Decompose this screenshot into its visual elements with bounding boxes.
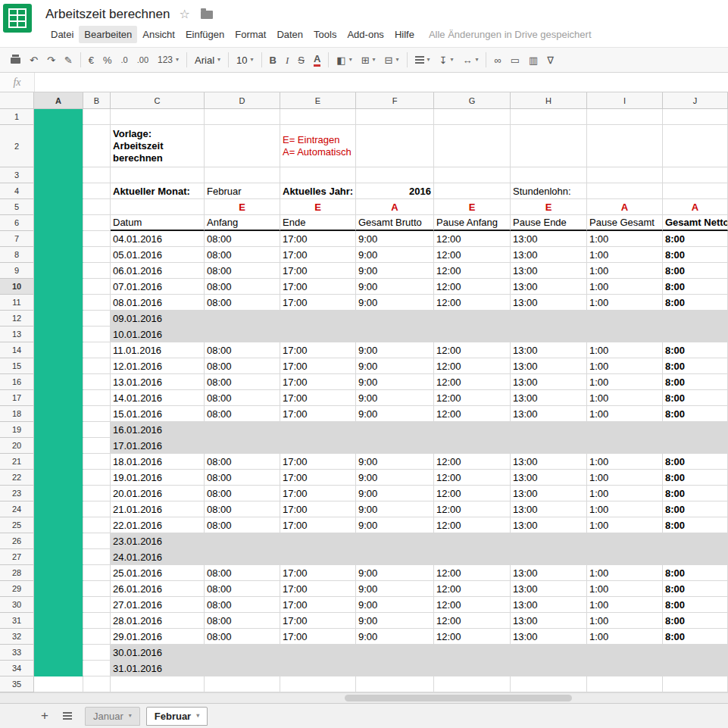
cell-F4[interactable]: 2016 <box>356 183 434 199</box>
cell-B15[interactable] <box>83 358 111 374</box>
cell-E1[interactable] <box>280 109 356 125</box>
cell-F3[interactable] <box>356 167 434 183</box>
cell-A6[interactable] <box>34 215 83 231</box>
cell-D16[interactable]: 08:00 <box>205 374 280 390</box>
cell-D4[interactable]: Februar <box>205 183 280 199</box>
toolbar-bold[interactable]: B <box>265 51 281 69</box>
cell-G7[interactable]: 12:00 <box>434 231 511 247</box>
cell-H16[interactable]: 13:00 <box>511 374 587 390</box>
cell-H30[interactable]: 13:00 <box>511 597 587 613</box>
cell-E21[interactable]: 17:00 <box>280 454 356 470</box>
cell-D19[interactable] <box>205 422 280 438</box>
cell-A15[interactable] <box>34 358 83 374</box>
cell-G34[interactable] <box>434 661 511 676</box>
cell-E15[interactable]: 17:00 <box>280 358 356 374</box>
cell-D22[interactable]: 08:00 <box>205 470 280 486</box>
toolbar-italic[interactable]: I <box>281 51 293 69</box>
cell-D20[interactable] <box>205 438 280 454</box>
cell-D14[interactable]: 08:00 <box>205 342 280 358</box>
cell-C27[interactable]: 24.01.2016 <box>111 549 205 565</box>
cell-H13[interactable] <box>511 327 587 342</box>
cell-C24[interactable]: 21.01.2016 <box>111 501 205 517</box>
menu-einfgen[interactable]: Einfügen <box>180 26 230 43</box>
cell-H32[interactable]: 13:00 <box>511 629 587 645</box>
cell-J11[interactable]: 8:00 <box>663 295 728 311</box>
cell-B31[interactable] <box>83 613 111 629</box>
cell-D8[interactable]: 08:00 <box>205 247 280 263</box>
cell-I35[interactable] <box>587 676 663 692</box>
cell-H5[interactable]: E <box>511 199 587 215</box>
star-icon[interactable]: ☆ <box>179 8 189 20</box>
cell-B23[interactable] <box>83 486 111 501</box>
cell-B17[interactable] <box>83 390 111 406</box>
cell-G8[interactable]: 12:00 <box>434 247 511 263</box>
cell-C2[interactable]: Vorlage: Arbeitszeit berechnen <box>111 125 205 167</box>
cell-G13[interactable] <box>434 327 511 342</box>
cell-A24[interactable] <box>34 501 83 517</box>
cell-A9[interactable] <box>34 263 83 279</box>
cell-I3[interactable] <box>587 167 663 183</box>
cell-I16[interactable]: 1:00 <box>587 374 663 390</box>
toolbar-format-percent[interactable]: % <box>98 51 117 69</box>
cell-A14[interactable] <box>34 342 83 358</box>
cell-D29[interactable]: 08:00 <box>205 581 280 597</box>
cell-A5[interactable] <box>34 199 83 215</box>
horizontal-scrollbar[interactable] <box>0 692 728 703</box>
cell-C18[interactable]: 15.01.2016 <box>111 406 205 422</box>
cell-J28[interactable]: 8:00 <box>663 565 728 581</box>
cell-F29[interactable]: 9:00 <box>356 581 434 597</box>
cell-C22[interactable]: 19.01.2016 <box>111 470 205 486</box>
cell-I31[interactable]: 1:00 <box>587 613 663 629</box>
cell-B32[interactable] <box>83 629 111 645</box>
cell-J31[interactable]: 8:00 <box>663 613 728 629</box>
row-header-15[interactable]: 15 <box>0 358 34 374</box>
sheet-menu-caret-icon[interactable]: ▾ <box>196 713 199 719</box>
cell-I21[interactable]: 1:00 <box>587 454 663 470</box>
cell-C13[interactable]: 10.01.2016 <box>111 327 205 342</box>
row-header-2[interactable]: 2 <box>0 125 34 167</box>
cell-E28[interactable]: 17:00 <box>280 565 356 581</box>
col-header-A[interactable]: A <box>34 92 83 109</box>
col-header-H[interactable]: H <box>511 92 587 109</box>
cell-J29[interactable]: 8:00 <box>663 581 728 597</box>
toolbar-insert-link[interactable]: ∞ <box>489 51 505 69</box>
cell-H15[interactable]: 13:00 <box>511 358 587 374</box>
row-header-12[interactable]: 12 <box>0 311 34 327</box>
toolbar-merge-cells[interactable]: ⊟▾ <box>380 51 404 69</box>
cell-J9[interactable]: 8:00 <box>663 263 728 279</box>
cell-A33[interactable] <box>34 645 83 661</box>
cell-C21[interactable]: 18.01.2016 <box>111 454 205 470</box>
cell-F8[interactable]: 9:00 <box>356 247 434 263</box>
cell-B27[interactable] <box>83 549 111 565</box>
cell-J1[interactable] <box>663 109 728 125</box>
cell-I22[interactable]: 1:00 <box>587 470 663 486</box>
cell-D18[interactable]: 08:00 <box>205 406 280 422</box>
cell-J20[interactable] <box>663 438 728 454</box>
row-header-34[interactable]: 34 <box>0 661 34 676</box>
cell-H10[interactable]: 13:00 <box>511 279 587 295</box>
cell-F15[interactable]: 9:00 <box>356 358 434 374</box>
cell-E31[interactable]: 17:00 <box>280 613 356 629</box>
cell-D5[interactable]: E <box>205 199 280 215</box>
cell-G33[interactable] <box>434 645 511 661</box>
row-header-10[interactable]: 10 <box>0 279 34 295</box>
cell-G32[interactable]: 12:00 <box>434 629 511 645</box>
cell-F6[interactable]: Gesamt Brutto <box>356 215 434 231</box>
cell-E19[interactable] <box>280 422 356 438</box>
cell-G4[interactable] <box>434 183 511 199</box>
cell-B20[interactable] <box>83 438 111 454</box>
cell-J27[interactable] <box>663 549 728 565</box>
cell-J17[interactable]: 8:00 <box>663 390 728 406</box>
cell-A31[interactable] <box>34 613 83 629</box>
cell-H24[interactable]: 13:00 <box>511 501 587 517</box>
row-header-3[interactable]: 3 <box>0 167 34 183</box>
cell-F12[interactable] <box>356 311 434 327</box>
row-header-8[interactable]: 8 <box>0 247 34 263</box>
cell-D2[interactable] <box>205 125 280 167</box>
row-header-7[interactable]: 7 <box>0 231 34 247</box>
cell-B8[interactable] <box>83 247 111 263</box>
sheet-tab-februar[interactable]: Februar▾ <box>146 707 208 726</box>
cell-A10[interactable] <box>34 279 83 295</box>
cell-B34[interactable] <box>83 661 111 676</box>
cell-H7[interactable]: 13:00 <box>511 231 587 247</box>
